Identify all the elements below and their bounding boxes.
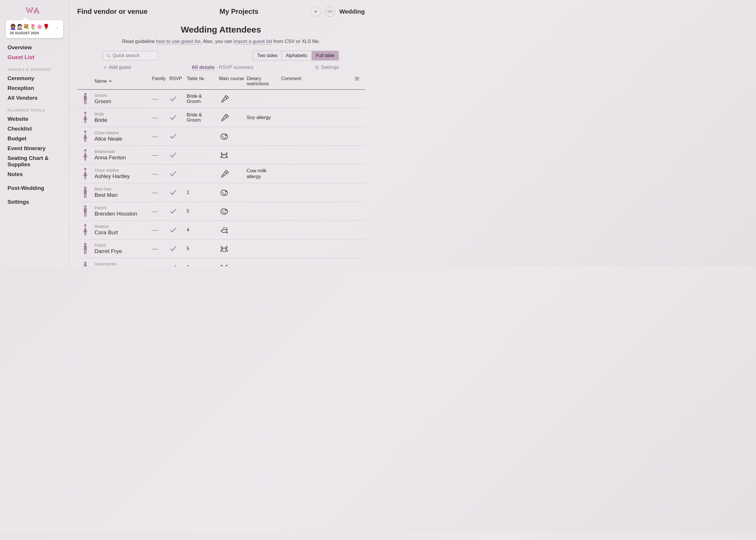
check-icon: [170, 264, 177, 266]
guest-name-cell[interactable]: Close relativeAshley Hartley: [93, 165, 151, 183]
guest-comment: [280, 90, 353, 108]
guest-name-cell[interactable]: GroomGroom: [93, 90, 151, 108]
sidebar-item-post-wedding[interactable]: Post-Wedding: [8, 183, 62, 193]
guest-name: Groom: [94, 98, 111, 105]
steak-icon: [219, 187, 229, 198]
add-project-button[interactable]: [311, 6, 321, 17]
guest-name-cell[interactable]: Close relativeAlice Neale: [93, 127, 151, 146]
male-icon: [82, 92, 89, 105]
check-icon: [170, 189, 177, 196]
guest-gender-icon: [77, 258, 93, 266]
sidebar-item-budget[interactable]: Budget: [8, 134, 62, 144]
sidebar-item-notes[interactable]: Notes: [8, 170, 62, 179]
page-title: Wedding Attendees: [77, 25, 365, 35]
sidebar-item-itinerary[interactable]: Event Itinerary: [8, 144, 62, 153]
guest-dietary: [245, 258, 280, 266]
guest-role: Friend: [94, 243, 106, 247]
guest-rsvp: [168, 239, 186, 258]
guest-comment: [280, 108, 353, 127]
guest-name-cell[interactable]: Best manBest Man: [93, 183, 151, 202]
guest-gender-icon: [77, 90, 93, 108]
project-card[interactable]: 👩🏽‍🦱🤵🏻💐🌷🌸🌹 ⌄ 25 AUGUST 2024: [6, 20, 63, 38]
guest-name-cell[interactable]: FriendDarrel Frye: [93, 239, 151, 258]
link-rsvp-summary[interactable]: RSVP summary: [219, 65, 254, 70]
guest-family: —: [151, 202, 168, 221]
guest-gender-icon: [77, 165, 93, 183]
svg-text:W: W: [26, 6, 34, 15]
check-icon: [170, 245, 177, 252]
search-box[interactable]: [103, 51, 158, 60]
tab-alphabetic[interactable]: Alphabetic: [282, 51, 312, 60]
guest-dietary: [245, 183, 280, 202]
guest-role: Close relative: [94, 168, 119, 173]
guest-rsvp: [168, 127, 186, 146]
steak-icon: [219, 131, 229, 141]
guest-row-end: [353, 146, 365, 165]
guest-name-cell[interactable]: BrideBride: [93, 108, 151, 127]
guest-main-course: [218, 202, 245, 221]
guest-table-number: [186, 165, 218, 183]
guest-rsvp: [168, 165, 186, 183]
col-header-rsvp[interactable]: RSVP: [168, 73, 186, 90]
sidebar-item-seating[interactable]: Seating Chart & Supplies: [8, 153, 62, 170]
sidebar-item-overview[interactable]: Overview: [8, 43, 62, 53]
carrot-icon: [219, 169, 229, 179]
crab-icon: [219, 150, 229, 160]
col-header-comment[interactable]: Comment: [280, 73, 353, 90]
guest-comment: [280, 221, 353, 239]
guest-row-end: [353, 183, 365, 202]
svg-text:⋈: ⋈: [33, 10, 35, 12]
sidebar-item-guest-list[interactable]: Guest List: [8, 53, 62, 62]
sidebar-item-checklist[interactable]: Checklist: [8, 124, 62, 134]
helper-text: Read guideline how to use guest list. Al…: [77, 39, 365, 44]
guest-rsvp: [168, 202, 186, 221]
guest-dietary: [245, 146, 280, 165]
sidebar-header-venues: VENUES & VENDORS: [8, 68, 62, 72]
guest-family: —: [151, 146, 168, 165]
sidebar-item-ceremony[interactable]: Ceremony: [8, 73, 62, 83]
guest-gender-icon: [77, 146, 93, 165]
add-guest-button[interactable]: Add guest: [103, 65, 131, 70]
guest-family: —: [151, 127, 168, 146]
col-header-table[interactable]: Table №: [186, 73, 218, 90]
guest-row-end: [353, 221, 365, 239]
link-guideline[interactable]: how to use guest list.: [156, 39, 202, 44]
guest-name: Best Man: [94, 192, 118, 198]
sidebar-item-all-vendors[interactable]: All Vendors: [8, 93, 62, 103]
sidebar-item-settings[interactable]: Settings: [8, 197, 62, 207]
check-icon: [170, 95, 177, 103]
sidebar-item-reception[interactable]: Reception: [8, 83, 62, 93]
link-all-details[interactable]: All details: [191, 65, 215, 70]
project-avatar[interactable]: WA: [325, 6, 335, 17]
crab-icon: [219, 243, 229, 254]
guest-name-cell[interactable]: BridesmaidAnna Fenton: [93, 146, 151, 165]
col-header-name[interactable]: Name: [93, 73, 151, 90]
guest-name-cell[interactable]: RelativeCora Burt: [93, 221, 151, 239]
guest-dietary: Cow milk allergy: [245, 165, 280, 183]
col-header-main-course[interactable]: Main course: [218, 73, 245, 90]
chevron-down-icon[interactable]: ⌄: [56, 25, 59, 29]
guest-family: —: [151, 90, 168, 108]
guest-rsvp: [168, 146, 186, 165]
male-icon: [82, 242, 89, 255]
sidebar-item-website[interactable]: Website: [8, 114, 62, 124]
column-chooser-button[interactable]: [353, 73, 365, 90]
link-import[interactable]: import a guest list: [234, 39, 272, 44]
table-settings-button[interactable]: Settings: [314, 65, 339, 70]
guest-name: Darrel Frye: [94, 248, 122, 254]
tab-full-table[interactable]: Full table: [312, 51, 338, 60]
guest-name-cell[interactable]: ParentBrenden Houston: [93, 202, 151, 221]
nav-find-vendor[interactable]: Find vendor or venue: [77, 8, 148, 16]
brand-logo[interactable]: WA⋈: [0, 3, 69, 20]
col-header-family[interactable]: Family: [151, 73, 168, 90]
guest-dietary: [245, 221, 280, 239]
guest-name-cell[interactable]: GroomsmenGregor Benitez: [93, 258, 151, 266]
gear-icon: [314, 65, 319, 70]
guest-name: Cora Burt: [94, 229, 118, 236]
guest-table-number: 5: [186, 258, 218, 266]
search-input[interactable]: [113, 53, 155, 58]
col-header-dietary[interactable]: Dietary restrictions: [245, 73, 280, 90]
nav-my-projects[interactable]: My Projects: [219, 8, 258, 16]
tab-two-sides[interactable]: Two sides: [253, 51, 282, 60]
current-project-name[interactable]: Wedding: [339, 8, 365, 15]
